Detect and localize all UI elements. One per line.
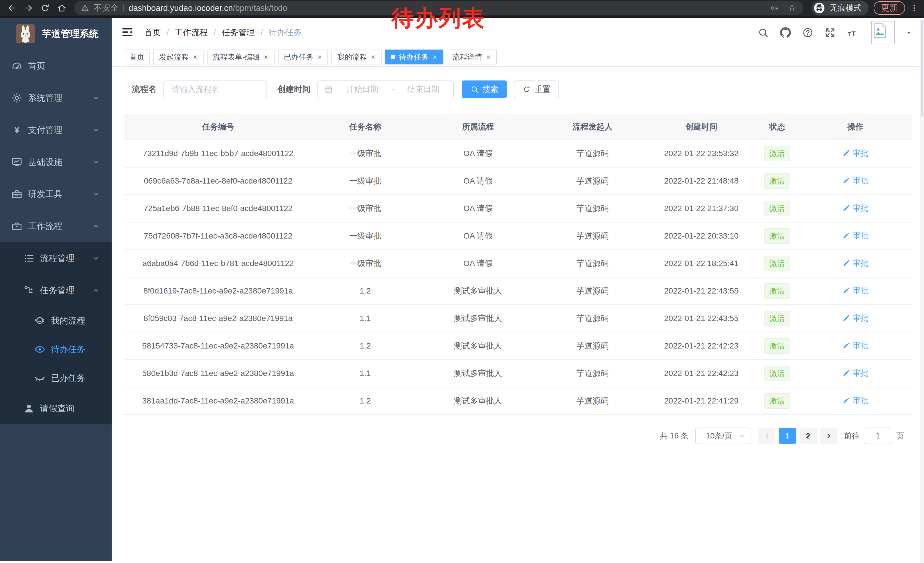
process-cell: OA 请假 xyxy=(418,195,538,222)
reload-icon[interactable] xyxy=(38,1,52,15)
status-badge: 激活 xyxy=(764,256,790,271)
close-icon[interactable]: × xyxy=(192,53,198,61)
sidebar-item-done-task[interactable]: 已办任务 xyxy=(0,364,112,392)
back-icon[interactable] xyxy=(4,1,20,15)
sidebar-item-infra[interactable]: 基础设施 xyxy=(0,146,112,178)
github-icon[interactable] xyxy=(779,26,792,39)
status-badge: 激活 xyxy=(764,311,790,326)
approve-link[interactable]: 审批 xyxy=(842,203,868,214)
update-button[interactable]: 更新 xyxy=(874,1,905,15)
tab-my-process[interactable]: 我的流程× xyxy=(332,50,382,65)
sidebar-item-home[interactable]: 首页 xyxy=(0,50,112,82)
home-icon[interactable] xyxy=(54,1,69,15)
page-button-1[interactable]: 1 xyxy=(779,428,796,444)
col-task-name: 任务名称 xyxy=(313,114,418,140)
process-cell: OA 请假 xyxy=(418,222,538,250)
table-row: 75d72608-7b7f-11ec-a3c8-acde48001122一级审批… xyxy=(124,222,912,250)
approve-link[interactable]: 审批 xyxy=(842,340,868,351)
sidebar-item-label: 研发工具 xyxy=(28,188,62,200)
hamburger-icon[interactable] xyxy=(122,26,135,39)
approve-link[interactable]: 审批 xyxy=(842,368,868,378)
chevron-down-icon xyxy=(92,190,100,198)
tab-start-process[interactable]: 发起流程× xyxy=(153,50,204,65)
status-badge: 激活 xyxy=(764,283,790,299)
task-id-cell: 580e1b3d-7ac8-11ec-a9e2-a2380e71991a xyxy=(124,360,313,387)
breadcrumb-item[interactable]: 首页 xyxy=(144,27,161,38)
font-size-icon[interactable]: TT xyxy=(846,26,859,39)
status-badge: 激活 xyxy=(764,173,790,189)
sidebar-item-process-mgmt[interactable]: 流程管理 xyxy=(0,242,112,274)
navbar: 首页 / 工作流程 / 任务管理 / 待办任务 TT xyxy=(112,18,924,48)
sidebar-item-todo-task[interactable]: 待办任务 xyxy=(0,335,112,364)
logo-row[interactable]: 芋道管理系统 xyxy=(0,18,112,50)
date-range-picker[interactable]: 开始日期 - 结束日期 xyxy=(318,81,454,98)
sidebar-item-label: 已办任务 xyxy=(51,372,85,384)
tab-label: 流程表单-编辑 xyxy=(213,52,260,62)
close-icon[interactable]: × xyxy=(317,53,322,61)
sidebar-item-my-process[interactable]: 我的流程 xyxy=(0,306,112,335)
close-icon[interactable]: × xyxy=(432,53,437,61)
sidebar-item-devtools[interactable]: 研发工具 xyxy=(0,178,112,210)
todo-task-table: 任务编号 任务名称 所属流程 流程发起人 创建时间 状态 操作 73211d9d… xyxy=(124,114,912,415)
tab-label: 已办任务 xyxy=(284,52,314,62)
breadcrumb-item[interactable]: 工作流程 xyxy=(175,27,208,38)
process-cell: OA 请假 xyxy=(418,250,538,277)
starter-cell: 芋道源码 xyxy=(538,332,647,360)
edit-icon xyxy=(842,314,850,322)
key-icon[interactable] xyxy=(770,3,779,13)
chevron-up-icon xyxy=(92,286,100,295)
eye-off-icon xyxy=(33,372,46,384)
approve-link[interactable]: 审批 xyxy=(842,395,868,406)
goto-page-input[interactable] xyxy=(864,428,892,444)
sidebar-item-leave-query[interactable]: 请假查询 xyxy=(0,392,112,424)
edit-icon xyxy=(842,204,850,212)
approve-link[interactable]: 审批 xyxy=(842,148,868,159)
breadcrumb: 首页 / 工作流程 / 任务管理 / 待办任务 xyxy=(144,27,302,38)
chevron-up-icon xyxy=(92,222,100,231)
status-badge: 激活 xyxy=(764,366,790,381)
page-size-select[interactable]: 10条/页 xyxy=(695,428,752,444)
starter-cell: 芋道源码 xyxy=(538,167,647,195)
approve-link[interactable]: 审批 xyxy=(842,285,868,296)
approve-link[interactable]: 审批 xyxy=(842,175,868,186)
bookmark-star-icon[interactable]: ☆ xyxy=(788,3,796,13)
search-button[interactable]: 搜索 xyxy=(462,81,507,98)
close-icon[interactable]: × xyxy=(486,53,491,61)
breadcrumb-item[interactable]: 任务管理 xyxy=(222,27,255,38)
eye-icon xyxy=(33,344,46,355)
forward-icon[interactable] xyxy=(21,1,36,15)
next-page-button[interactable] xyxy=(820,428,837,444)
process-name-input[interactable] xyxy=(164,81,267,98)
approve-link[interactable]: 审批 xyxy=(842,258,868,269)
avatar[interactable] xyxy=(872,21,895,44)
sidebar-item-system[interactable]: 系统管理 xyxy=(0,82,112,114)
svg-text:T: T xyxy=(851,29,856,38)
create-time-cell: 2022-01-22 18:25:41 xyxy=(647,250,756,277)
avatar-caret-icon[interactable] xyxy=(905,29,912,36)
reset-button[interactable]: 重置 xyxy=(514,81,559,98)
page-button-2[interactable]: 2 xyxy=(800,428,817,444)
briefcase-icon xyxy=(10,221,24,232)
tab-home[interactable]: 首页 xyxy=(124,50,150,65)
edit-icon xyxy=(842,287,850,295)
close-icon[interactable]: × xyxy=(263,53,269,61)
approve-link[interactable]: 审批 xyxy=(842,230,868,241)
sidebar-item-task-mgmt[interactable]: 任务管理 xyxy=(0,274,112,306)
search-icon[interactable] xyxy=(757,26,770,39)
incognito-badge: 无痕模式 xyxy=(812,1,868,15)
browser-menu-icon[interactable] xyxy=(909,1,920,15)
approve-link[interactable]: 审批 xyxy=(842,313,868,324)
sidebar-menu: 首页系统管理¥支付管理基础设施研发工具工作流程流程管理任务管理我的流程待办任务已… xyxy=(0,50,112,424)
close-icon[interactable]: × xyxy=(370,53,376,61)
tab-form-edit[interactable]: 流程表单-编辑× xyxy=(207,50,274,65)
sidebar-item-payment[interactable]: ¥支付管理 xyxy=(0,114,112,146)
page-scrollbar[interactable] xyxy=(920,20,924,563)
sidebar-item-workflow[interactable]: 工作流程 xyxy=(0,210,112,242)
tab-done-task[interactable]: 已办任务× xyxy=(278,50,328,65)
prev-page-button[interactable] xyxy=(758,428,776,444)
tab-process-detail[interactable]: 流程详情× xyxy=(447,50,497,65)
tab-todo-task[interactable]: 待办任务× xyxy=(385,50,443,65)
tab-label: 首页 xyxy=(129,52,144,62)
fullscreen-icon[interactable] xyxy=(824,26,836,39)
help-icon[interactable] xyxy=(801,26,814,39)
